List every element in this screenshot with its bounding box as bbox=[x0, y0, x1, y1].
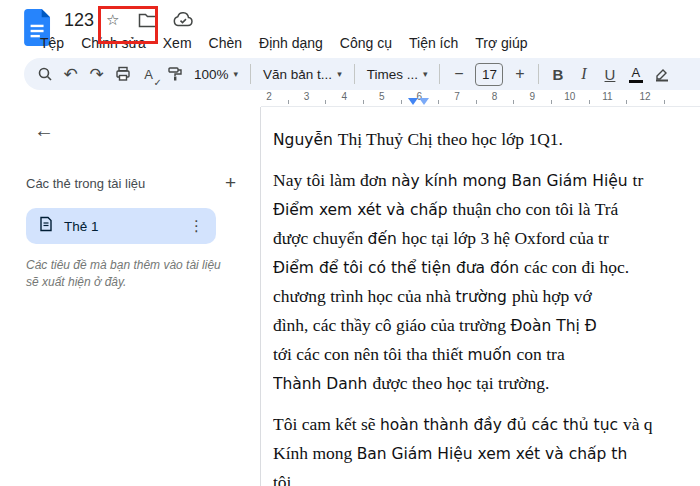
add-tab-button[interactable]: + bbox=[225, 172, 236, 194]
tabs-sidebar: ← Các thẻ trong tài liệu + Thẻ 1 ⋮ Các t… bbox=[0, 107, 261, 486]
doc-text-segment: của trường bbox=[430, 315, 510, 335]
doc-text-segment: hoàn thành đầy đủ các thủ tục bbox=[380, 416, 623, 434]
doc-text-segment: con tra bbox=[517, 344, 565, 364]
document-title[interactable]: 123 bbox=[62, 10, 96, 31]
doc-line[interactable]: tôi. bbox=[273, 468, 700, 486]
zoom-select[interactable]: 100%▾ bbox=[188, 61, 244, 87]
doc-text-segment: được theo học tại trường. bbox=[372, 373, 549, 393]
ruler-tick bbox=[401, 100, 402, 104]
ruler-tick bbox=[513, 100, 514, 104]
ruler-tick bbox=[476, 100, 477, 104]
menu-item-3[interactable]: Chèn bbox=[209, 35, 242, 51]
doc-text-segment: trường bbox=[456, 288, 512, 306]
doc-content: Nguyễn Thị Thuỷ Chị theo học lớp 1Q1.Nay… bbox=[273, 125, 700, 486]
toolbar: ↶ ↷ A✓ 100%▾ Văn bản t...▾ Times ...▾ − … bbox=[24, 58, 700, 90]
toolbar-divider bbox=[538, 64, 539, 84]
toolbar-divider bbox=[250, 64, 251, 84]
ruler-number: 10 bbox=[564, 91, 575, 102]
doc-line[interactable]: được chuyển đến học tại lớp 3 hệ Oxford … bbox=[273, 224, 700, 253]
red-highlight-box bbox=[98, 6, 158, 44]
font-size-input[interactable]: 17 bbox=[475, 63, 503, 86]
tab-options-icon[interactable]: ⋮ bbox=[189, 217, 204, 235]
doc-line[interactable]: Thành Danh được theo học tại trường. bbox=[273, 369, 700, 398]
doc-text-segment: học tại lớp 3 hệ Oxford của tr bbox=[402, 228, 609, 248]
doc-text-segment: Điểm xem xét và chấp bbox=[273, 201, 453, 219]
doc-text-segment: theo học lớp 1Q1. bbox=[437, 129, 563, 149]
doc-text-segment: đình, các thầy cô giáo bbox=[273, 315, 430, 335]
doc-text-segment: thuận cho con tôi là Trá bbox=[453, 199, 619, 219]
underline-button[interactable]: U bbox=[597, 61, 622, 87]
doc-line[interactable]: chương trình học của nhà trường phù hợp … bbox=[273, 282, 700, 311]
increase-font-size-button[interactable]: + bbox=[507, 61, 532, 87]
sidebar-heading: Các thẻ trong tài liệu bbox=[26, 176, 145, 191]
cloud-saved-icon[interactable] bbox=[172, 12, 194, 28]
ruler-number: 8 bbox=[492, 91, 498, 102]
doc-text-segment: Ban Giám Hiệu xem xét và chấp th bbox=[357, 445, 628, 463]
menu-item-4[interactable]: Định dạng bbox=[259, 35, 323, 51]
text-color-button[interactable]: A bbox=[623, 61, 648, 87]
sidebar-helper-text: Các tiêu đề mà bạn thêm vào tài liệu sẽ … bbox=[26, 257, 226, 291]
ruler-tick bbox=[288, 100, 289, 104]
doc-line[interactable]: Nguyễn Thị Thuỷ Chị theo học lớp 1Q1. bbox=[273, 125, 700, 154]
tab-label: Thẻ 1 bbox=[64, 219, 179, 234]
undo-icon[interactable]: ↶ bbox=[58, 61, 83, 87]
doc-text-segment: phù hợp vớ bbox=[512, 286, 592, 306]
menu-item-6[interactable]: Tiện ích bbox=[409, 35, 458, 51]
ruler-tick bbox=[626, 100, 627, 104]
decrease-font-size-button[interactable]: − bbox=[446, 61, 471, 87]
doc-text-segment: Ban Giám Hiệu bbox=[512, 172, 633, 190]
redo-icon[interactable]: ↷ bbox=[84, 61, 109, 87]
search-icon[interactable] bbox=[32, 61, 57, 87]
doc-line[interactable]: Kính mong Ban Giám Hiệu xem xét và chấp … bbox=[273, 439, 700, 468]
ruler[interactable]: 23456789101112 bbox=[261, 90, 700, 107]
menu-item-2[interactable]: Xem bbox=[163, 35, 192, 51]
doc-text-segment: và q bbox=[623, 414, 653, 434]
highlight-color-button[interactable] bbox=[649, 61, 674, 87]
doc-text-segment: đến bbox=[368, 230, 402, 248]
italic-button[interactable]: I bbox=[571, 61, 596, 87]
doc-text-segment: này kính mong bbox=[391, 172, 511, 190]
paragraph-style-select[interactable]: Văn bản t...▾ bbox=[257, 61, 348, 87]
print-icon[interactable] bbox=[110, 61, 135, 87]
indent-marker[interactable] bbox=[419, 98, 429, 105]
toolbar-divider bbox=[354, 64, 355, 84]
doc-text-segment: Thị Thuỷ Chị bbox=[338, 129, 437, 149]
doc-text-segment: muốn bbox=[467, 346, 516, 364]
doc-text-segment: Kính mong bbox=[273, 443, 357, 463]
document-canvas[interactable]: Nguyễn Thị Thuỷ Chị theo học lớp 1Q1.Nay… bbox=[261, 107, 700, 486]
ruler-number: 7 bbox=[454, 91, 460, 102]
spellcheck-icon[interactable]: A✓ bbox=[136, 61, 161, 87]
doc-text-segment: chương trình học của nhà bbox=[273, 286, 456, 306]
doc-line[interactable]: Điểm để tôi có thể tiện đưa đón các con … bbox=[273, 253, 700, 282]
paint-format-icon[interactable] bbox=[162, 61, 187, 87]
doc-text-segment: tôi. bbox=[273, 472, 296, 486]
ruler-tick bbox=[664, 100, 665, 104]
ruler-tick bbox=[325, 100, 326, 104]
doc-line[interactable]: Điểm xem xét và chấp thuận cho con tôi l… bbox=[273, 195, 700, 224]
ruler-number: 5 bbox=[379, 91, 385, 102]
doc-text-segment: Đoàn Thị Đ bbox=[510, 317, 596, 335]
ruler-number: 11 bbox=[602, 91, 612, 102]
doc-line[interactable]: đình, các thầy cô giáo của trường Đoàn T… bbox=[273, 311, 700, 340]
doc-text-segment: tới các con nên tôi tha thiết bbox=[273, 344, 467, 364]
chevron-down-icon: ▾ bbox=[423, 69, 428, 79]
ruler-number: 9 bbox=[529, 91, 535, 102]
sidebar-item-tab1[interactable]: Thẻ 1 ⋮ bbox=[26, 208, 216, 244]
doc-line[interactable]: Nay tôi làm đơn này kính mong Ban Giám H… bbox=[273, 166, 700, 195]
ruler-tick bbox=[589, 100, 590, 104]
ruler-number: 12 bbox=[639, 91, 650, 102]
ruler-number: 2 bbox=[266, 91, 272, 102]
back-arrow-icon[interactable]: ← bbox=[34, 119, 54, 142]
font-select[interactable]: Times ...▾ bbox=[361, 61, 434, 87]
indent-marker[interactable] bbox=[408, 98, 418, 105]
menu-item-5[interactable]: Công cụ bbox=[340, 35, 392, 51]
menu-item-7[interactable]: Trợ giúp bbox=[475, 35, 527, 51]
doc-line[interactable]: tới các con nên tôi tha thiết muốn con t… bbox=[273, 340, 700, 369]
bold-button[interactable]: B bbox=[545, 61, 570, 87]
doc-text-segment: được chuyển bbox=[273, 228, 368, 248]
menu-item-0[interactable]: Tệp bbox=[40, 35, 64, 51]
ruler-number: 3 bbox=[304, 91, 310, 102]
doc-text-segment: Thành Danh bbox=[273, 375, 372, 393]
doc-line[interactable]: Tôi cam kết sẽ hoàn thành đầy đủ các thủ… bbox=[273, 410, 700, 439]
doc-text-segment: Tôi cam kết sẽ bbox=[273, 414, 380, 434]
